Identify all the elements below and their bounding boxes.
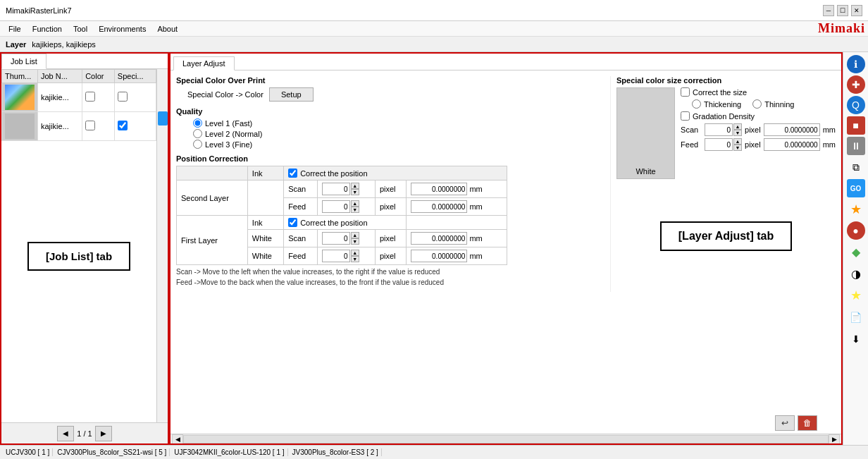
job-special-checkbox-2[interactable] xyxy=(118,121,128,130)
first-layer-scan-mm[interactable]: mm xyxy=(407,230,507,247)
go-icon-btn[interactable]: GO xyxy=(847,179,865,197)
size-scan-pixel-spin[interactable]: ▲▼ xyxy=(733,123,742,136)
search-q-icon-btn[interactable]: Q xyxy=(847,96,865,114)
menu-file[interactable]: File xyxy=(3,23,27,35)
first-layer-correct: Correct the position xyxy=(284,216,407,230)
red-square-icon-btn[interactable]: ■ xyxy=(847,116,865,135)
feed-pixel-spin-1[interactable]: ▲▼ xyxy=(351,250,359,262)
thickening-option[interactable]: Thickening xyxy=(692,99,741,109)
scan-mm-input-2[interactable] xyxy=(411,183,467,195)
size-feed-input-group[interactable]: ▲▼ xyxy=(705,138,742,151)
scan-input-2[interactable]: ▲▼ xyxy=(317,180,375,198)
main-container: Job List Thum... Job N... Color Speci... xyxy=(0,52,868,445)
minimize-button[interactable]: ─ xyxy=(823,5,834,16)
gradation-density-item[interactable]: Gradation Density xyxy=(681,111,836,121)
special-color-title: Special Color Over Print xyxy=(176,76,610,85)
size-feed-pixel-input[interactable] xyxy=(705,138,733,151)
size-feed-mm-input[interactable] xyxy=(764,138,820,151)
feed-pixel-spin-2[interactable]: ▲▼ xyxy=(351,200,359,213)
size-feed-pixel-label: pixel xyxy=(745,140,761,149)
add-icon-btn[interactable]: ✚ xyxy=(847,75,865,94)
first-layer-scan-label: Scan xyxy=(284,230,317,247)
size-scan-mm-input[interactable] xyxy=(764,123,820,136)
scan-pixel-spin-1[interactable]: ▲▼ xyxy=(351,232,359,245)
scan-pixel-input-2[interactable] xyxy=(322,183,350,195)
table-row[interactable]: kajikie... xyxy=(2,112,156,141)
first-layer-feed-mm[interactable]: mm xyxy=(407,247,507,265)
menu-function[interactable]: Function xyxy=(27,23,68,35)
red-circle-icon-btn[interactable]: ● xyxy=(847,221,865,240)
correct-size-checkbox[interactable] xyxy=(681,87,690,97)
quality-level1-radio[interactable] xyxy=(193,118,202,128)
quality-level3[interactable]: Level 3 (Fine) xyxy=(193,140,610,149)
scroll-right-arrow[interactable]: ▶ xyxy=(829,434,840,444)
left-scrollbar[interactable] xyxy=(156,69,168,422)
job-list-tab[interactable]: Job List xyxy=(1,54,46,69)
feed-pixel-input-1[interactable] xyxy=(322,250,350,262)
second-layer-label: Second Layer xyxy=(177,180,248,216)
scan-pixel-spin-2[interactable]: ▲▼ xyxy=(351,183,359,195)
correct-size-item[interactable]: Correct the size xyxy=(681,87,836,97)
first-layer-feed-pixel: pixel xyxy=(375,247,406,265)
size-scan-input-group[interactable]: ▲▼ xyxy=(705,123,742,136)
title-bar: MimakiRasterLink7 ─ ☐ ✕ xyxy=(0,0,868,21)
feed-input-2[interactable]: ▲▼ xyxy=(317,198,375,216)
trash-button[interactable]: 🗑 xyxy=(798,415,817,431)
job-color-checkbox-1[interactable] xyxy=(85,92,95,102)
orange-star-icon-btn[interactable]: ★ xyxy=(845,200,867,219)
feed-mm-2[interactable]: mm xyxy=(407,198,507,216)
down-arrow-icon-btn[interactable]: ⬇ xyxy=(845,329,867,349)
menu-tool[interactable]: Tool xyxy=(68,23,93,35)
scroll-thumb[interactable] xyxy=(158,111,168,126)
correct-position-checkbox-1[interactable] xyxy=(288,218,297,227)
quality-level2-radio[interactable] xyxy=(193,129,202,138)
next-page-button[interactable]: ▶ xyxy=(95,426,112,441)
menu-about[interactable]: About xyxy=(151,23,183,35)
thinning-option[interactable]: Thinning xyxy=(752,99,794,109)
feed-mm-input-2[interactable] xyxy=(411,200,467,213)
size-feed-pixel-spin[interactable]: ▲▼ xyxy=(733,138,742,151)
scroll-track[interactable] xyxy=(183,435,829,443)
size-correction-area: White Correct the size xyxy=(616,87,836,179)
yellow-star-icon-btn[interactable]: ★ xyxy=(845,286,867,305)
quality-level1[interactable]: Level 1 (Fast) xyxy=(193,118,610,128)
size-scan-pixel-input[interactable] xyxy=(705,123,733,136)
scan-mm-input-1[interactable] xyxy=(411,232,467,245)
first-layer-feed-input[interactable]: ▲▼ xyxy=(317,247,375,265)
close-button[interactable]: ✕ xyxy=(851,5,862,16)
info-icon-btn[interactable]: ℹ xyxy=(847,55,865,73)
scan-mm-2[interactable]: mm xyxy=(407,180,507,198)
green-diamond-icon-btn[interactable]: ◆ xyxy=(845,242,867,262)
right-tabs: Layer Adjust xyxy=(170,54,841,71)
first-layer-scan-input[interactable]: ▲▼ xyxy=(317,230,375,247)
setup-button[interactable]: Setup xyxy=(269,87,314,102)
table-row[interactable]: kajikie... xyxy=(2,83,156,112)
size-scan-row: Scan ▲▼ pixel mm xyxy=(681,123,836,136)
layer-adjust-tab[interactable]: Layer Adjust xyxy=(173,56,235,71)
feed-mm-input-1[interactable] xyxy=(411,250,467,262)
pos-header-empty xyxy=(177,166,248,180)
job-color-checkbox-2[interactable] xyxy=(85,121,95,130)
quality-level2[interactable]: Level 2 (Normal) xyxy=(193,129,610,138)
thickening-radio[interactable] xyxy=(692,99,701,109)
gray-square-icon-btn[interactable]: ⏸ xyxy=(847,137,865,155)
gradation-density-checkbox[interactable] xyxy=(681,111,690,121)
feed-pixel-input-2[interactable] xyxy=(322,200,350,213)
job-special-checkbox-1[interactable] xyxy=(118,92,128,102)
undo-button[interactable]: ↩ xyxy=(775,415,795,431)
quality-level3-radio[interactable] xyxy=(193,140,202,149)
rainbow-icon-btn[interactable]: ◑ xyxy=(845,264,867,283)
scroll-left-arrow[interactable]: ◀ xyxy=(172,434,183,444)
copy-icon-btn[interactable]: ⧉ xyxy=(845,157,867,177)
status-item-3: UJF3042MKII_6color-LUS-120 [ 1 ] xyxy=(171,448,287,456)
correct-position-checkbox-2[interactable] xyxy=(288,169,297,178)
correct-size-label: Correct the size xyxy=(693,88,747,97)
first-layer-label: First Layer xyxy=(177,216,248,265)
thinning-radio[interactable] xyxy=(752,99,762,109)
prev-page-button[interactable]: ◀ xyxy=(57,426,74,441)
quality-radio-group: Level 1 (Fast) Level 2 (Normal) Level 3 … xyxy=(193,118,610,149)
menu-environments[interactable]: Environments xyxy=(93,23,151,35)
restore-button[interactable]: ☐ xyxy=(837,5,848,16)
scan-pixel-input-1[interactable] xyxy=(322,232,350,245)
page-icon-btn[interactable]: 📄 xyxy=(845,307,867,327)
